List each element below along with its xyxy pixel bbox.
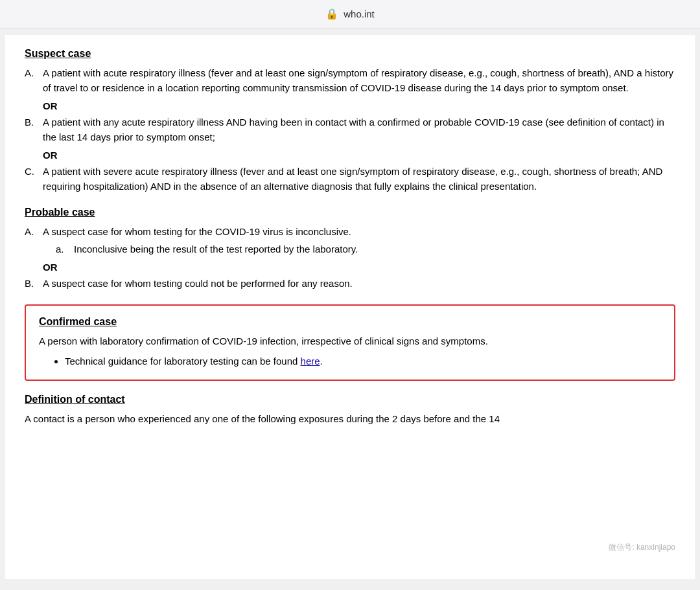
- suspect-case-item-b: B. A patient with any acute respiratory …: [25, 115, 675, 144]
- probable-item-text-a: A suspect case for whom testing for the …: [43, 225, 675, 256]
- definition-of-contact-section: Definition of contact A contact is a per…: [25, 394, 675, 427]
- watermark: 微信号: kanxinjiapo: [609, 542, 675, 553]
- suspect-case-heading: Suspect case: [25, 48, 675, 60]
- or-label-2: OR: [43, 150, 675, 161]
- confirmed-bullet-list: Technical guidance for laboratory testin…: [65, 354, 661, 369]
- probable-case-heading: Probable case: [25, 207, 675, 218]
- confirmed-bullet-text: Technical guidance for laboratory testin…: [65, 356, 301, 367]
- page-content: Suspect case A. A patient with acute res…: [5, 35, 695, 579]
- period: .: [320, 356, 323, 367]
- probable-case-item-a: A. A suspect case for whom testing for t…: [25, 225, 675, 256]
- sub-item-a: a. Inconclusive being the result of the …: [56, 242, 675, 257]
- item-text-b: A patient with any acute respiratory ill…: [43, 115, 675, 144]
- probable-item-label-a: A.: [25, 225, 43, 256]
- confirmed-case-box: Confirmed case A person with laboratory …: [25, 304, 675, 381]
- item-text-c: A patient with severe acute respiratory …: [43, 165, 675, 194]
- item-label-a: A.: [25, 66, 43, 95]
- definition-of-contact-heading: Definition of contact: [25, 394, 675, 405]
- item-label-c: C.: [25, 165, 43, 194]
- suspect-case-item-c: C. A patient with severe acute respirato…: [25, 165, 675, 194]
- item-text-a: A patient with acute respiratory illness…: [43, 66, 675, 95]
- probable-case-item-b: B. A suspect case for whom testing could…: [25, 277, 675, 291]
- suspect-case-item-a: A. A patient with acute respiratory illn…: [25, 66, 675, 95]
- confirmed-case-description: A person with laboratory confirmation of…: [39, 334, 661, 349]
- confirmed-bullet-item: Technical guidance for laboratory testin…: [65, 354, 661, 369]
- here-link[interactable]: here: [301, 356, 320, 367]
- suspect-case-section: Suspect case A. A patient with acute res…: [25, 48, 675, 194]
- sub-list: a. Inconclusive being the result of the …: [56, 242, 675, 257]
- probable-item-text-b: A suspect case for whom testing could no…: [43, 277, 675, 291]
- lock-icon: 🔒: [325, 8, 338, 20]
- or-label-1: OR: [43, 100, 675, 111]
- probable-item-label-b: B.: [25, 277, 43, 291]
- definition-of-contact-text: A contact is a person who experienced an…: [25, 412, 675, 427]
- sub-item-text: Inconclusive being the result of the tes…: [74, 242, 358, 257]
- item-label-b: B.: [25, 115, 43, 144]
- confirmed-case-heading: Confirmed case: [39, 316, 661, 328]
- browser-url: who.int: [344, 8, 375, 19]
- probable-case-section: Probable case A. A suspect case for whom…: [25, 207, 675, 291]
- browser-bar: 🔒 who.int: [0, 0, 700, 28]
- sub-item-label: a.: [56, 242, 74, 257]
- or-label-3: OR: [43, 262, 675, 273]
